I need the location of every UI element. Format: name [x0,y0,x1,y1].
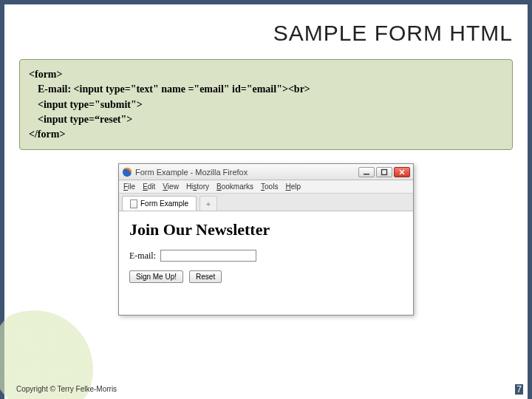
code-line: <input type="submit"> [29,98,503,112]
menu-bar: FFileile Edit View History Bookmarks Too… [119,180,413,194]
page-icon [130,200,137,208]
email-field[interactable] [160,250,256,262]
svg-rect-2 [382,169,387,174]
reset-button[interactable]: Reset [189,270,222,283]
tab-bar: Form Example + [119,194,413,211]
browser-window: Form Example - Mozilla Firefox FFileile … [118,163,414,316]
close-button[interactable] [394,167,410,177]
menu-tools[interactable]: Tools [261,183,278,191]
minimize-button[interactable] [358,167,375,177]
menu-file[interactable]: FFileile [123,183,135,191]
firefox-icon [122,167,132,177]
browser-viewport: Join Our Newsletter E-mail: Sign Me Up! … [119,211,413,315]
submit-button[interactable]: Sign Me Up! [129,270,183,283]
copyright-text: Copyright © Terry Felke-Morris [16,385,117,393]
tab-label: Form Example [140,200,188,208]
page-number: 7 [515,384,523,395]
page-heading: Join Our Newsletter [129,220,403,239]
window-titlebar: Form Example - Mozilla Firefox [119,164,413,180]
svg-rect-1 [364,174,369,175]
code-line: </form> [29,127,503,142]
menu-bookmarks[interactable]: Bookmarks [216,183,253,191]
maximize-button[interactable] [376,167,392,177]
slide-title: SAMPLE FORM HTML [19,21,513,46]
new-tab-button[interactable]: + [200,196,217,211]
window-title: Form Example - Mozilla Firefox [135,168,248,177]
code-line: <input type=“reset"> [29,112,503,127]
email-label: E-mail: [129,250,156,262]
menu-help[interactable]: Help [285,183,301,191]
tab-form-example[interactable]: Form Example [122,196,197,211]
menu-edit[interactable]: Edit [143,183,155,191]
menu-history[interactable]: History [186,183,209,191]
code-line: <form> [29,67,503,82]
code-sample-box: <form> E-mail: <input type="text" name =… [19,59,513,150]
menu-view[interactable]: View [163,183,179,191]
code-line: E-mail: <input type="text" name ="email"… [29,82,503,97]
